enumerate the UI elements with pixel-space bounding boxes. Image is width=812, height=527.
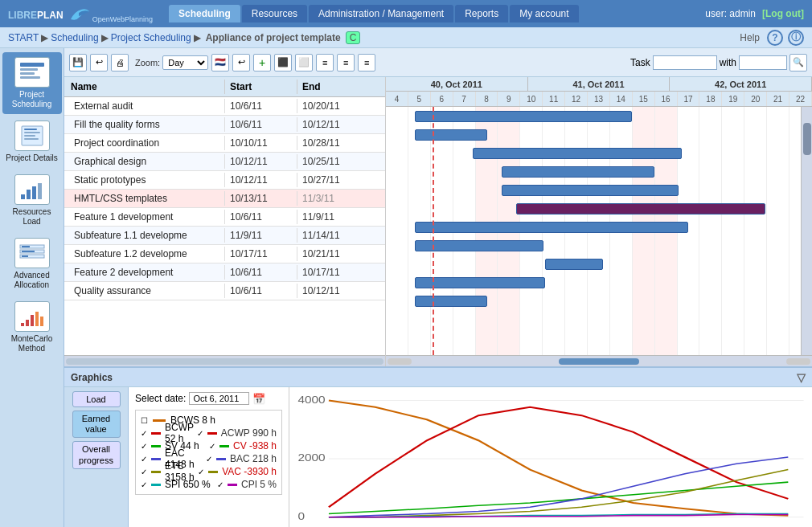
task-start-1: 10/6/11: [225, 117, 297, 132]
resources-load-icon: [14, 174, 50, 205]
task-name-0: External audit: [64, 99, 225, 113]
graphics-tab-overall-progress[interactable]: Overallprogress: [72, 441, 121, 468]
gantt-bar-7[interactable]: [415, 240, 543, 251]
sidebar-item-resources-load[interactable]: Resources Load: [2, 170, 62, 231]
gantt-bar-2[interactable]: [473, 148, 682, 159]
logout-button[interactable]: [Log out]: [762, 8, 804, 19]
help-info-button[interactable]: ⓘ: [788, 30, 804, 46]
task-start-7: 11/9/11: [225, 228, 297, 243]
gantt-bar-10[interactable]: [415, 296, 487, 307]
select-date-label: Select date:: [135, 393, 186, 404]
gantt-header: 40, Oct 201141, Oct 201142, Oct 2011 456…: [386, 77, 812, 107]
indent-button[interactable]: ⬛: [274, 54, 292, 71]
sidebar-item-project-scheduling[interactable]: Project Scheduling: [2, 52, 62, 114]
gantt-bar-8[interactable]: [545, 259, 603, 270]
nav-tab-resources[interactable]: Resources: [242, 5, 307, 22]
flag-nl-button[interactable]: 🇳🇱: [211, 54, 229, 71]
horizontal-scrollbar-gantt[interactable]: [386, 355, 812, 366]
task-end-7: 11/14/11: [297, 228, 370, 243]
graphics-collapse-button[interactable]: ▽: [797, 371, 806, 384]
task-start-5: 10/13/11: [225, 191, 297, 206]
expand-button[interactable]: ≡: [316, 54, 334, 71]
collapse-button[interactable]: ≡: [337, 54, 355, 71]
task-row-4[interactable]: Static prototypes 10/12/11 10/27/11: [64, 171, 385, 190]
gantt-bar-6[interactable]: [415, 222, 688, 233]
legend-row: ✓ SPI 650 % ✓ CPI 5 %: [141, 478, 277, 491]
day-cell: 21: [767, 92, 789, 106]
task-row-10[interactable]: Quality assurance 10/6/11 10/12/11: [64, 282, 385, 300]
nav-tab-reports[interactable]: Reports: [455, 5, 508, 22]
legend-box: ☐BCWS 8 h ✓ BCWP 52 h ✓ ACWP 990 h ✓ SV …: [135, 410, 282, 495]
nav-tab-account[interactable]: My account: [510, 5, 578, 22]
print-button[interactable]: 🖨: [111, 54, 129, 71]
date-picker-input[interactable]: [189, 392, 249, 405]
breadcrumb-start[interactable]: START: [8, 32, 39, 43]
day-row: 45678910111213141516171819202122: [386, 92, 812, 106]
day-cell: 14: [610, 92, 633, 106]
help-section: Help ? ⓘ: [737, 30, 804, 46]
task-end-4: 10/27/11: [297, 173, 370, 187]
back-button[interactable]: ↩: [90, 54, 108, 71]
task-row-9[interactable]: Feature 2 development 10/6/11 10/17/11: [64, 264, 385, 282]
filter-button[interactable]: ≡: [358, 54, 375, 71]
svg-rect-10: [27, 190, 31, 199]
scrollbar-thumb[interactable]: [803, 123, 811, 155]
gantt-bar-5[interactable]: [516, 203, 765, 214]
graphics-main: Select date: 📅 ☐BCWS 8 h ✓ BCWP 52 h ✓ A…: [129, 387, 812, 527]
task-row-5[interactable]: HMTL/CSS templates 10/13/11 11/3/11: [64, 190, 385, 208]
gantt-bar-9[interactable]: [415, 277, 545, 288]
horizontal-scrollbar-table[interactable]: [64, 355, 385, 366]
gantt-bar-row-3: [386, 162, 812, 181]
gantt-bar-3[interactable]: [502, 166, 654, 178]
breadcrumb-project-scheduling[interactable]: Project Scheduling: [111, 32, 191, 43]
svg-rect-0: [20, 63, 44, 67]
week-cell: 42, Oct 2011: [670, 77, 812, 91]
help-question-button[interactable]: ?: [767, 30, 783, 46]
task-row-1[interactable]: Fill the quality forms 10/6/11 10/12/11: [64, 116, 385, 134]
legend-panel: Select date: 📅 ☐BCWS 8 h ✓ BCWP 52 h ✓ A…: [129, 387, 289, 527]
task-end-5: 11/3/11: [297, 191, 370, 206]
nav-tab-admin[interactable]: Administration / Management: [309, 5, 453, 22]
task-name-10: Quality assurance: [64, 284, 225, 298]
save-button[interactable]: 💾: [69, 54, 87, 71]
day-cell: 9: [498, 92, 520, 106]
task-row-8[interactable]: Subfeature 1.2 developme 10/17/11 10/21/…: [64, 245, 385, 264]
sidebar-label-resources-load: Resources Load: [6, 207, 59, 227]
gantt-bar-1[interactable]: [415, 129, 487, 141]
sidebar-item-montecarlo[interactable]: MonteCarlo Method: [2, 296, 62, 358]
task-row-6[interactable]: Feature 1 development 10/6/11 11/9/11: [64, 208, 385, 227]
breadcrumb: START ▶ Scheduling ▶ Project Scheduling …: [0, 27, 812, 48]
day-cell: 5: [408, 92, 431, 106]
task-start-2: 10/10/11: [225, 136, 297, 150]
gantt-bar-4[interactable]: [502, 185, 679, 196]
task-row-7[interactable]: Subfeature 1.1 developme 11/9/11 11/14/1…: [64, 227, 385, 245]
zoom-select[interactable]: Day Week Month: [162, 55, 208, 70]
sidebar-item-advanced-allocation[interactable]: Advanced Allocation: [2, 233, 62, 295]
with-search-input[interactable]: [739, 55, 787, 70]
calendar-icon[interactable]: 📅: [252, 393, 265, 405]
search-button[interactable]: 🔍: [789, 54, 807, 71]
nav-tab-scheduling[interactable]: Scheduling: [169, 5, 240, 22]
sidebar-item-project-details[interactable]: Project Details: [2, 116, 62, 168]
svg-text:4000: 4000: [297, 394, 325, 405]
task-search-input[interactable]: [653, 55, 717, 70]
hscroll-thumb[interactable]: [559, 358, 639, 365]
breadcrumb-badge: C: [346, 31, 361, 44]
vertical-scrollbar[interactable]: [801, 107, 812, 355]
add-task-button[interactable]: +: [253, 54, 271, 71]
svg-rect-2: [20, 72, 35, 75]
undo-button[interactable]: ↩: [232, 54, 250, 71]
task-end-1: 10/12/11: [297, 117, 370, 132]
day-cell: 13: [588, 92, 610, 106]
day-cell: 12: [565, 92, 588, 106]
outdent-button[interactable]: ⬜: [295, 54, 313, 71]
col-name-header: Name: [64, 80, 225, 94]
hscroll-right: [786, 358, 810, 365]
breadcrumb-scheduling[interactable]: Scheduling: [51, 32, 98, 43]
gantt-bar-0[interactable]: [415, 111, 632, 122]
task-row-3[interactable]: Graphical design 10/12/11 10/25/11: [64, 153, 385, 171]
task-row-0[interactable]: External audit 10/6/11 10/20/11: [64, 97, 385, 116]
task-row-2[interactable]: Project coordination 10/10/11 10/28/11: [64, 134, 385, 153]
graphics-tab-load[interactable]: Load: [72, 391, 121, 407]
graphics-tab-earned-value[interactable]: Earnedvalue: [72, 411, 121, 438]
